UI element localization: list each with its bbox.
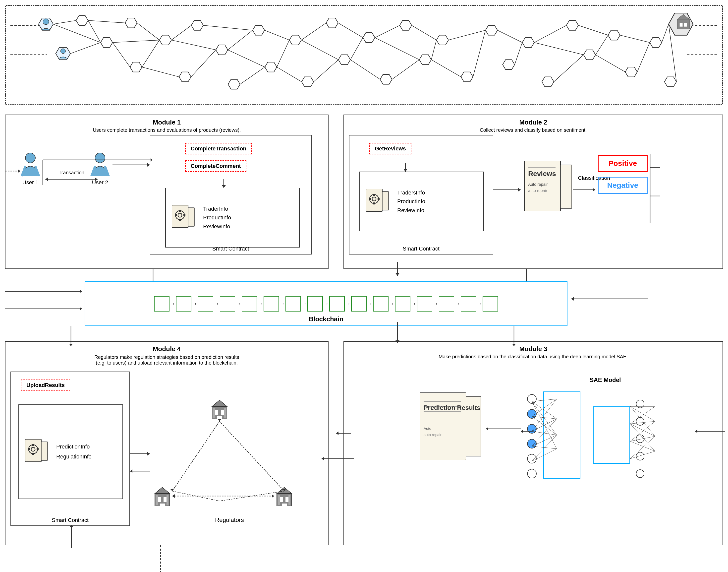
- svg-line-56: [191, 50, 216, 77]
- svg-marker-111: [151, 158, 152, 162]
- svg-line-58: [228, 30, 252, 50]
- svg-marker-196: [695, 430, 698, 433]
- svg-marker-141: [80, 290, 82, 293]
- svg-marker-123: [518, 188, 521, 192]
- svg-rect-115: [382, 192, 389, 210]
- svg-marker-14: [191, 20, 204, 30]
- svg-line-189: [630, 436, 655, 459]
- module2: Module 2 Collect reviews and classify ba…: [343, 115, 723, 269]
- svg-line-67: [338, 23, 363, 38]
- svg-line-180: [630, 407, 655, 421]
- svg-line-78: [497, 30, 522, 43]
- negative-box: Negative: [598, 177, 648, 194]
- svg-marker-27: [436, 35, 449, 45]
- svg-rect-114: [366, 189, 382, 211]
- smart-contract-content-1: TraderInfo ProductInfo ReviewInfo: [165, 188, 300, 247]
- get-reviews-box: GetReviews: [369, 143, 411, 154]
- svg-line-45: [53, 24, 100, 43]
- svg-line-52: [142, 40, 160, 67]
- svg-marker-30: [503, 60, 515, 69]
- sae-model-label: SAE Model: [518, 376, 693, 383]
- svg-marker-229: [272, 494, 274, 498]
- svg-marker-11: [130, 62, 142, 72]
- svg-line-49: [112, 43, 130, 67]
- svg-marker-35: [608, 30, 620, 40]
- svg-marker-130: [593, 188, 595, 192]
- prediction-results-doc: Prediction Results Auto auto repair: [419, 391, 483, 471]
- svg-marker-24: [380, 74, 392, 84]
- svg-rect-197: [25, 439, 41, 462]
- svg-point-163: [636, 470, 644, 478]
- svg-line-63: [277, 67, 301, 82]
- smart-contract-content-2: TradersInfo ProductInfo ReviewInfo: [359, 171, 484, 231]
- svg-line-60: [240, 67, 265, 84]
- svg-marker-245: [336, 432, 338, 435]
- svg-line-177: [532, 435, 557, 461]
- svg-marker-23: [363, 32, 375, 42]
- blockchain-blocks: → → → → → → → → → → → → → →: [154, 296, 498, 311]
- svg-rect-118: [373, 194, 375, 196]
- svg-marker-239: [147, 452, 150, 455]
- svg-line-176: [532, 446, 557, 449]
- svg-line-68: [350, 38, 363, 60]
- svg-line-170: [532, 416, 557, 435]
- svg-line-186: [630, 421, 655, 441]
- svg-marker-143: [80, 307, 82, 310]
- module3: Module 3 Make predictions based on the c…: [343, 341, 723, 545]
- svg-rect-125: [561, 165, 572, 208]
- svg-marker-98: [222, 185, 226, 188]
- svg-line-84: [595, 35, 608, 55]
- smart-contract-2: GetReviews: [349, 135, 493, 255]
- svg-marker-33: [566, 20, 578, 30]
- reviews-label: Reviews: [528, 170, 556, 178]
- svg-rect-119: [373, 203, 375, 204]
- svg-line-54: [171, 25, 191, 40]
- module2-subtitle: Collect reviews and classify based on se…: [344, 127, 723, 133]
- sentiment-boxes: Positive Negative: [598, 155, 648, 194]
- svg-marker-19: [290, 35, 301, 45]
- svg-line-87: [637, 43, 650, 72]
- blockchain-section: → → → → → → → → → → → → → →: [85, 281, 567, 326]
- svg-marker-194: [521, 430, 523, 433]
- svg-line-66: [314, 60, 338, 82]
- svg-line-172: [532, 419, 557, 431]
- svg-marker-20: [302, 77, 314, 87]
- svg-rect-204: [36, 448, 38, 450]
- svg-line-165: [532, 402, 557, 419]
- module1: Module 1 Users complete transactions and…: [5, 115, 329, 269]
- svg-marker-37: [650, 38, 662, 47]
- sae-model: SAE Model: [518, 376, 693, 501]
- svg-line-77: [473, 30, 485, 77]
- svg-marker-29: [486, 25, 497, 35]
- positive-box: Positive: [598, 155, 648, 172]
- svg-line-85: [595, 55, 625, 72]
- svg-line-82: [554, 55, 583, 82]
- svg-line-79: [515, 43, 522, 65]
- svg-line-70: [375, 25, 399, 38]
- svg-marker-113: [403, 169, 407, 171]
- smart-contract-1: CompleteTransaction CompleteComment: [150, 135, 312, 255]
- svg-line-168: [532, 399, 557, 416]
- svg-marker-241: [130, 470, 133, 473]
- svg-marker-9: [100, 38, 112, 47]
- svg-line-57: [204, 25, 253, 30]
- svg-line-53: [142, 67, 179, 77]
- module4-subtitle: Regulators make regulation strategies ba…: [5, 354, 328, 366]
- svg-line-73: [412, 25, 436, 40]
- svg-marker-249: [512, 344, 516, 346]
- svg-marker-36: [625, 67, 637, 77]
- svg-line-173: [532, 431, 557, 435]
- svg-line-72: [392, 60, 419, 79]
- svg-point-5: [43, 19, 49, 25]
- svg-marker-243: [69, 525, 73, 527]
- svg-line-187: [630, 436, 655, 441]
- svg-line-81: [534, 43, 584, 55]
- svg-line-80: [534, 25, 566, 43]
- svg-marker-28: [461, 72, 473, 82]
- svg-line-55: [171, 40, 216, 50]
- svg-line-184: [630, 424, 655, 436]
- svg-marker-16: [228, 79, 240, 89]
- svg-rect-40: [677, 19, 690, 29]
- svg-line-64: [301, 23, 326, 40]
- svg-line-226: [172, 421, 220, 491]
